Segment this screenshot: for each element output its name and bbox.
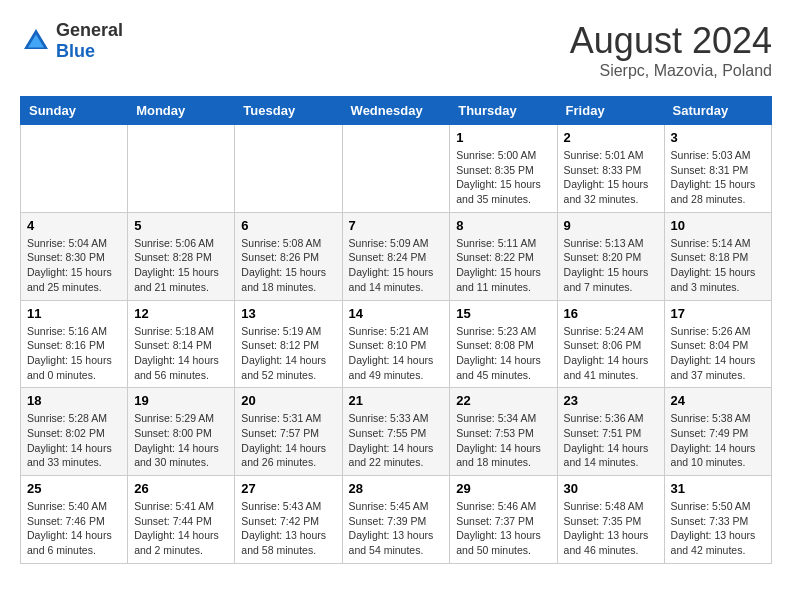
calendar-cell: [21, 125, 128, 213]
day-info: Sunrise: 5:31 AM Sunset: 7:57 PM Dayligh…: [241, 411, 335, 470]
day-info: Sunrise: 5:06 AM Sunset: 8:28 PM Dayligh…: [134, 236, 228, 295]
day-number: 18: [27, 393, 121, 408]
calendar-cell: 5Sunrise: 5:06 AM Sunset: 8:28 PM Daylig…: [128, 212, 235, 300]
calendar-week-1: 1Sunrise: 5:00 AM Sunset: 8:35 PM Daylig…: [21, 125, 772, 213]
calendar-cell: 9Sunrise: 5:13 AM Sunset: 8:20 PM Daylig…: [557, 212, 664, 300]
weekday-header-wednesday: Wednesday: [342, 97, 450, 125]
calendar-cell: 26Sunrise: 5:41 AM Sunset: 7:44 PM Dayli…: [128, 476, 235, 564]
day-info: Sunrise: 5:13 AM Sunset: 8:20 PM Dayligh…: [564, 236, 658, 295]
day-number: 15: [456, 306, 550, 321]
calendar-cell: 21Sunrise: 5:33 AM Sunset: 7:55 PM Dayli…: [342, 388, 450, 476]
day-info: Sunrise: 5:28 AM Sunset: 8:02 PM Dayligh…: [27, 411, 121, 470]
weekday-header-thursday: Thursday: [450, 97, 557, 125]
day-number: 21: [349, 393, 444, 408]
calendar-cell: 6Sunrise: 5:08 AM Sunset: 8:26 PM Daylig…: [235, 212, 342, 300]
calendar-cell: 11Sunrise: 5:16 AM Sunset: 8:16 PM Dayli…: [21, 300, 128, 388]
location-title: Sierpc, Mazovia, Poland: [570, 62, 772, 80]
calendar-cell: 25Sunrise: 5:40 AM Sunset: 7:46 PM Dayli…: [21, 476, 128, 564]
day-info: Sunrise: 5:24 AM Sunset: 8:06 PM Dayligh…: [564, 324, 658, 383]
day-number: 20: [241, 393, 335, 408]
calendar-cell: 4Sunrise: 5:04 AM Sunset: 8:30 PM Daylig…: [21, 212, 128, 300]
day-info: Sunrise: 5:16 AM Sunset: 8:16 PM Dayligh…: [27, 324, 121, 383]
day-info: Sunrise: 5:14 AM Sunset: 8:18 PM Dayligh…: [671, 236, 765, 295]
day-number: 9: [564, 218, 658, 233]
day-info: Sunrise: 5:08 AM Sunset: 8:26 PM Dayligh…: [241, 236, 335, 295]
day-number: 24: [671, 393, 765, 408]
day-number: 14: [349, 306, 444, 321]
calendar-week-4: 18Sunrise: 5:28 AM Sunset: 8:02 PM Dayli…: [21, 388, 772, 476]
weekday-header-row: SundayMondayTuesdayWednesdayThursdayFrid…: [21, 97, 772, 125]
calendar-cell: 8Sunrise: 5:11 AM Sunset: 8:22 PM Daylig…: [450, 212, 557, 300]
day-number: 12: [134, 306, 228, 321]
calendar-cell: 19Sunrise: 5:29 AM Sunset: 8:00 PM Dayli…: [128, 388, 235, 476]
day-info: Sunrise: 5:40 AM Sunset: 7:46 PM Dayligh…: [27, 499, 121, 558]
day-info: Sunrise: 5:03 AM Sunset: 8:31 PM Dayligh…: [671, 148, 765, 207]
calendar-week-3: 11Sunrise: 5:16 AM Sunset: 8:16 PM Dayli…: [21, 300, 772, 388]
calendar-cell: 29Sunrise: 5:46 AM Sunset: 7:37 PM Dayli…: [450, 476, 557, 564]
logo: General Blue: [20, 20, 123, 62]
day-info: Sunrise: 5:41 AM Sunset: 7:44 PM Dayligh…: [134, 499, 228, 558]
day-number: 10: [671, 218, 765, 233]
day-info: Sunrise: 5:09 AM Sunset: 8:24 PM Dayligh…: [349, 236, 444, 295]
logo-blue: Blue: [56, 41, 95, 61]
weekday-header-tuesday: Tuesday: [235, 97, 342, 125]
day-info: Sunrise: 5:45 AM Sunset: 7:39 PM Dayligh…: [349, 499, 444, 558]
day-info: Sunrise: 5:23 AM Sunset: 8:08 PM Dayligh…: [456, 324, 550, 383]
weekday-header-monday: Monday: [128, 97, 235, 125]
weekday-header-saturday: Saturday: [664, 97, 771, 125]
calendar-cell: 12Sunrise: 5:18 AM Sunset: 8:14 PM Dayli…: [128, 300, 235, 388]
logo-general: General: [56, 20, 123, 40]
day-number: 29: [456, 481, 550, 496]
day-number: 27: [241, 481, 335, 496]
day-number: 16: [564, 306, 658, 321]
calendar-cell: 28Sunrise: 5:45 AM Sunset: 7:39 PM Dayli…: [342, 476, 450, 564]
calendar-cell: [342, 125, 450, 213]
calendar-cell: 15Sunrise: 5:23 AM Sunset: 8:08 PM Dayli…: [450, 300, 557, 388]
day-number: 28: [349, 481, 444, 496]
day-info: Sunrise: 5:43 AM Sunset: 7:42 PM Dayligh…: [241, 499, 335, 558]
day-number: 19: [134, 393, 228, 408]
day-number: 5: [134, 218, 228, 233]
day-info: Sunrise: 5:04 AM Sunset: 8:30 PM Dayligh…: [27, 236, 121, 295]
day-number: 25: [27, 481, 121, 496]
day-info: Sunrise: 5:29 AM Sunset: 8:00 PM Dayligh…: [134, 411, 228, 470]
day-number: 30: [564, 481, 658, 496]
calendar-cell: [235, 125, 342, 213]
day-info: Sunrise: 5:00 AM Sunset: 8:35 PM Dayligh…: [456, 148, 550, 207]
day-info: Sunrise: 5:21 AM Sunset: 8:10 PM Dayligh…: [349, 324, 444, 383]
calendar-cell: 20Sunrise: 5:31 AM Sunset: 7:57 PM Dayli…: [235, 388, 342, 476]
day-number: 31: [671, 481, 765, 496]
calendar-cell: 10Sunrise: 5:14 AM Sunset: 8:18 PM Dayli…: [664, 212, 771, 300]
day-info: Sunrise: 5:46 AM Sunset: 7:37 PM Dayligh…: [456, 499, 550, 558]
day-number: 23: [564, 393, 658, 408]
calendar-cell: 3Sunrise: 5:03 AM Sunset: 8:31 PM Daylig…: [664, 125, 771, 213]
calendar-cell: 13Sunrise: 5:19 AM Sunset: 8:12 PM Dayli…: [235, 300, 342, 388]
calendar-cell: 31Sunrise: 5:50 AM Sunset: 7:33 PM Dayli…: [664, 476, 771, 564]
calendar-table: SundayMondayTuesdayWednesdayThursdayFrid…: [20, 96, 772, 564]
calendar-week-5: 25Sunrise: 5:40 AM Sunset: 7:46 PM Dayli…: [21, 476, 772, 564]
day-number: 7: [349, 218, 444, 233]
calendar-cell: 23Sunrise: 5:36 AM Sunset: 7:51 PM Dayli…: [557, 388, 664, 476]
day-number: 3: [671, 130, 765, 145]
logo-icon: [20, 25, 52, 57]
calendar-week-2: 4Sunrise: 5:04 AM Sunset: 8:30 PM Daylig…: [21, 212, 772, 300]
calendar-cell: 14Sunrise: 5:21 AM Sunset: 8:10 PM Dayli…: [342, 300, 450, 388]
day-info: Sunrise: 5:26 AM Sunset: 8:04 PM Dayligh…: [671, 324, 765, 383]
day-number: 13: [241, 306, 335, 321]
day-info: Sunrise: 5:01 AM Sunset: 8:33 PM Dayligh…: [564, 148, 658, 207]
day-info: Sunrise: 5:38 AM Sunset: 7:49 PM Dayligh…: [671, 411, 765, 470]
day-number: 17: [671, 306, 765, 321]
day-info: Sunrise: 5:50 AM Sunset: 7:33 PM Dayligh…: [671, 499, 765, 558]
day-info: Sunrise: 5:34 AM Sunset: 7:53 PM Dayligh…: [456, 411, 550, 470]
day-number: 8: [456, 218, 550, 233]
calendar-cell: 22Sunrise: 5:34 AM Sunset: 7:53 PM Dayli…: [450, 388, 557, 476]
day-number: 2: [564, 130, 658, 145]
day-number: 22: [456, 393, 550, 408]
day-number: 4: [27, 218, 121, 233]
calendar-cell: 16Sunrise: 5:24 AM Sunset: 8:06 PM Dayli…: [557, 300, 664, 388]
calendar-cell: 2Sunrise: 5:01 AM Sunset: 8:33 PM Daylig…: [557, 125, 664, 213]
calendar-cell: 17Sunrise: 5:26 AM Sunset: 8:04 PM Dayli…: [664, 300, 771, 388]
day-info: Sunrise: 5:33 AM Sunset: 7:55 PM Dayligh…: [349, 411, 444, 470]
day-info: Sunrise: 5:48 AM Sunset: 7:35 PM Dayligh…: [564, 499, 658, 558]
calendar-cell: 30Sunrise: 5:48 AM Sunset: 7:35 PM Dayli…: [557, 476, 664, 564]
